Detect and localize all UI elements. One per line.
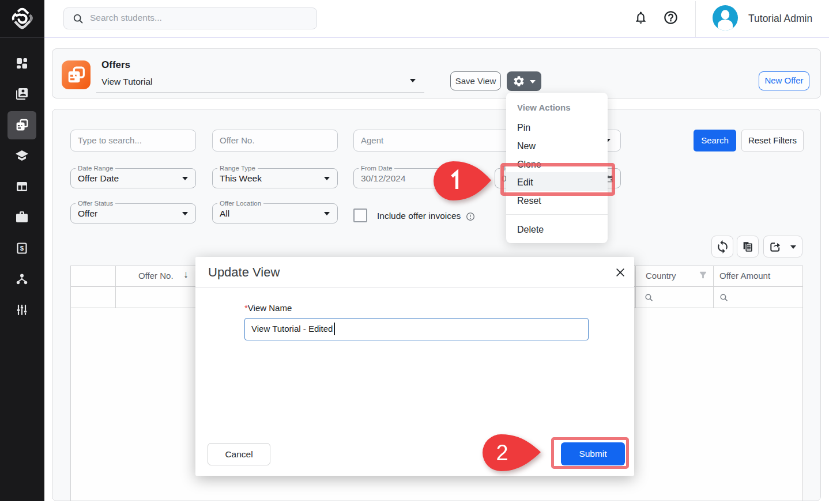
svg-text:$: $ <box>20 245 24 252</box>
svg-text:2: 2 <box>496 441 508 465</box>
